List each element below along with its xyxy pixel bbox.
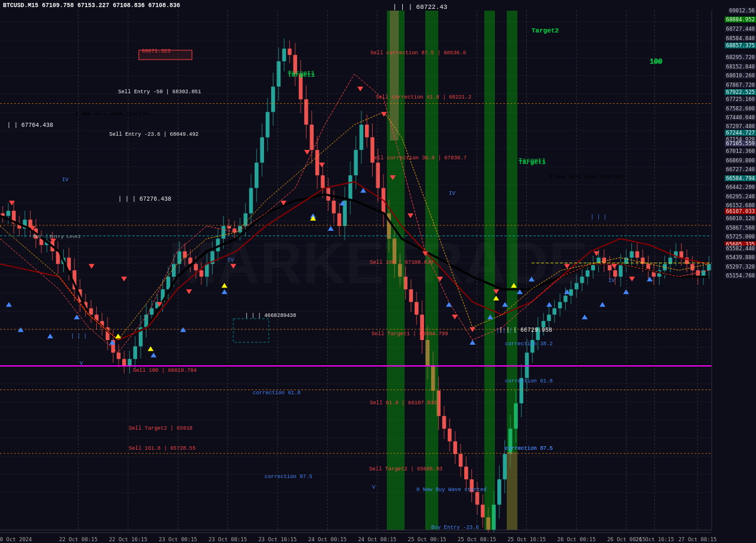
price-label: 67012.360: [725, 148, 756, 154]
price-label: 67440.040: [725, 115, 756, 120]
time-label: 24 Oct 08:15: [358, 537, 396, 542]
time-label: 25 Oct 08:15: [458, 537, 496, 542]
price-label: 67582.600: [725, 106, 756, 112]
time-label: 23 Oct 00:15: [159, 537, 197, 542]
time-label: 23 Oct 16:15: [258, 537, 296, 542]
price-label: 68857.375: [725, 42, 756, 48]
price-label: 67105.559: [725, 140, 756, 146]
price-label: 66107.033: [725, 208, 756, 214]
price-label: 67922.525: [725, 89, 756, 95]
price-label: 65867.560: [725, 225, 756, 231]
time-label: 26 Oct 00:15: [558, 537, 596, 542]
price-label: 66010.120: [725, 215, 756, 221]
price-label: 68152.840: [725, 64, 756, 70]
price-label: 67867.720: [725, 82, 756, 88]
price-label: 65725.000: [725, 234, 756, 240]
time-label: 25 Oct 00:15: [408, 537, 446, 542]
price-label: 66584.794: [725, 175, 756, 181]
price-label: 67244.727: [725, 130, 756, 136]
price-label: 68884.952: [725, 17, 756, 22]
price-label: 66295.240: [725, 194, 756, 199]
time-label: 25 Oct 16:15: [507, 537, 546, 542]
price-label: 65154.760: [725, 273, 756, 279]
price-label: 69012.56: [728, 8, 756, 14]
price-label: 66869.800: [725, 158, 756, 163]
price-label: 68010.260: [725, 73, 756, 78]
price-label: 66442.200: [725, 184, 756, 190]
time-label: 23 Oct 08:15: [208, 537, 247, 542]
price-label: 66152.680: [725, 202, 756, 208]
time-label: 27 Oct 08:15: [678, 537, 716, 542]
time-label: 20 Oct 2024: [0, 537, 32, 542]
price-label: 65582.440: [725, 246, 756, 251]
price-label: 67297.480: [725, 123, 756, 129]
time-label: 24 Oct 00:15: [308, 537, 347, 542]
price-label: 68727.440: [725, 26, 756, 32]
price-label: 67725.160: [725, 96, 756, 102]
chart-canvas: [0, 0, 756, 543]
chart-container: 69012.5668884.95268727.44068584.84068857…: [0, 0, 756, 543]
price-label: 65297.320: [725, 264, 756, 270]
time-label: 22 Oct 16:15: [109, 537, 147, 542]
price-scale: 69012.5668884.95268727.44068584.84068857…: [712, 0, 756, 519]
price-label: 68295.720: [725, 54, 756, 60]
time-axis: 20 Oct 202422 Oct 08:1522 Oct 16:1523 Oc…: [0, 532, 712, 543]
price-label: 65439.880: [725, 254, 756, 260]
time-label: 22 Oct 08:15: [59, 537, 97, 542]
price-label: 68584.840: [725, 35, 756, 41]
time-label: 26 Oct 16:15: [636, 537, 674, 542]
price-label: 66727.240: [725, 166, 756, 172]
